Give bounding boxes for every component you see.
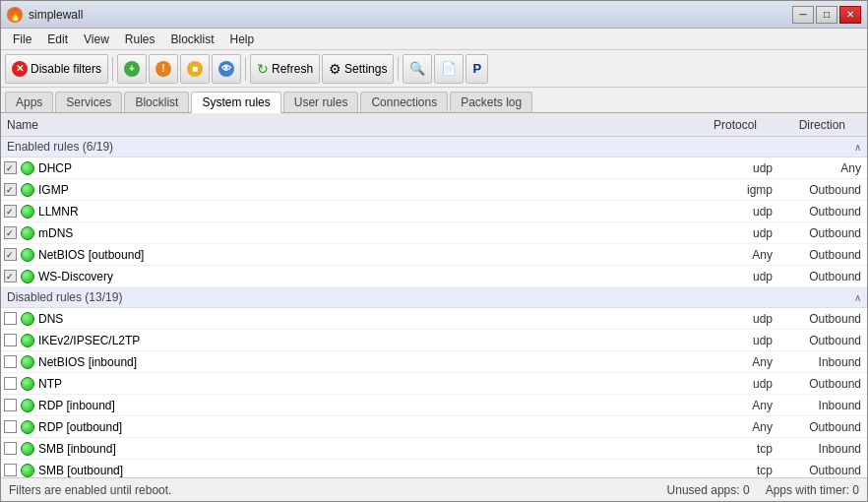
- row-checkbox[interactable]: [1, 464, 19, 476]
- checkbox[interactable]: [4, 464, 17, 476]
- checkbox[interactable]: ✓: [4, 226, 17, 239]
- maximize-button[interactable]: □: [816, 6, 837, 24]
- checkbox[interactable]: ✓: [4, 183, 17, 196]
- row-status-icon: [19, 464, 36, 477]
- row-name: mDNS: [36, 226, 700, 240]
- checkbox-dhcp[interactable]: ✓: [4, 161, 17, 174]
- row-direction: Any: [778, 161, 867, 175]
- row-checkbox[interactable]: [1, 399, 19, 411]
- tab-services[interactable]: Services: [55, 92, 122, 112]
- disable-filters-button[interactable]: ✕ Disable filters: [5, 54, 108, 84]
- table-row[interactable]: SMB [inbound] tcp Inbound: [1, 438, 867, 460]
- row-name: IGMP: [36, 183, 700, 197]
- row-name: IKEv2/IPSEC/L2TP: [36, 334, 700, 347]
- checkbox[interactable]: [4, 442, 17, 455]
- row-direction: Outbound: [778, 377, 867, 391]
- table-row[interactable]: ✓ mDNS udp Outbound: [1, 222, 867, 244]
- tab-packets-log[interactable]: Packets log: [450, 92, 532, 112]
- table-row[interactable]: ✓ LLMNR udp Outbound: [1, 201, 867, 222]
- warning-button[interactable]: !: [149, 54, 178, 84]
- status-dot: [21, 248, 34, 262]
- table-row[interactable]: RDP [inbound] Any Inbound: [1, 395, 867, 416]
- row-status-icon: [19, 226, 36, 240]
- row-status-icon: [19, 183, 36, 197]
- tab-blocklist[interactable]: Blocklist: [124, 92, 189, 112]
- search-button[interactable]: 🔍: [403, 54, 432, 84]
- row-checkbox[interactable]: [1, 334, 19, 346]
- row-checkbox[interactable]: [1, 377, 19, 390]
- minimize-button[interactable]: ─: [792, 6, 814, 24]
- row-status-icon: [19, 377, 36, 391]
- checkbox[interactable]: [4, 312, 17, 325]
- checkbox[interactable]: [4, 420, 17, 433]
- section-enabled-chevron[interactable]: ∧: [854, 142, 861, 153]
- col-name-header: Name: [1, 118, 684, 132]
- status-dot: [21, 420, 34, 434]
- table-row[interactable]: NetBIOS [inbound] Any Inbound: [1, 351, 867, 373]
- row-checkbox[interactable]: ✓: [1, 270, 19, 282]
- title-bar: 🔥 simplewall ─ □ ✕: [1, 1, 867, 29]
- table-body[interactable]: Enabled rules (6/19) ∧ ✓ DHCP udp Any ✓ …: [1, 137, 867, 477]
- row-checkbox[interactable]: ✓: [1, 161, 19, 174]
- tab-system-rules[interactable]: System rules: [191, 92, 280, 113]
- add-button[interactable]: +: [117, 54, 147, 84]
- menu-file[interactable]: File: [5, 31, 39, 48]
- checkbox[interactable]: ✓: [4, 248, 17, 261]
- paypal-button[interactable]: P: [465, 54, 488, 84]
- menu-blocklist[interactable]: Blocklist: [163, 31, 222, 48]
- row-checkbox[interactable]: ✓: [1, 205, 19, 218]
- row-checkbox[interactable]: [1, 442, 19, 455]
- tab-apps[interactable]: Apps: [5, 92, 53, 112]
- checkbox[interactable]: [4, 355, 17, 368]
- checkbox[interactable]: ✓: [4, 270, 17, 282]
- tab-user-rules[interactable]: User rules: [283, 92, 359, 112]
- table-row[interactable]: ✓ IGMP igmp Outbound: [1, 179, 867, 201]
- unused-apps-status: Unused apps: 0: [667, 483, 750, 497]
- app-icon: 🔥: [7, 7, 23, 23]
- checkbox[interactable]: ✓: [4, 205, 17, 218]
- table-row[interactable]: ✓ NetBIOS [outbound] Any Outbound: [1, 244, 867, 266]
- row-checkbox[interactable]: ✓: [1, 248, 19, 261]
- menu-rules[interactable]: Rules: [117, 31, 163, 48]
- status-dot: [21, 205, 34, 219]
- menu-bar: File Edit View Rules Blocklist Help: [1, 29, 867, 50]
- menu-edit[interactable]: Edit: [39, 31, 76, 48]
- row-checkbox[interactable]: ✓: [1, 183, 19, 196]
- row-protocol: udp: [700, 270, 778, 283]
- table-row[interactable]: SMB [outbound] tcp Outbound: [1, 460, 867, 477]
- row-checkbox[interactable]: [1, 355, 19, 368]
- row-status-icon: [19, 248, 36, 262]
- section-disabled-chevron[interactable]: ∧: [854, 292, 861, 303]
- row-checkbox[interactable]: ✓: [1, 226, 19, 239]
- status-dot: [21, 312, 34, 326]
- row-direction: Outbound: [778, 312, 867, 326]
- table-row[interactable]: IKEv2/IPSEC/L2TP udp Outbound: [1, 330, 867, 351]
- table-row[interactable]: RDP [outbound] Any Outbound: [1, 416, 867, 438]
- row-direction: Outbound: [778, 420, 867, 434]
- menu-help[interactable]: Help: [222, 31, 263, 48]
- view-button[interactable]: 👁: [212, 54, 241, 84]
- row-name: NetBIOS [outbound]: [36, 248, 700, 262]
- row-name: NTP: [36, 377, 700, 391]
- checkbox[interactable]: [4, 399, 17, 411]
- block-button[interactable]: ■: [180, 54, 210, 84]
- table-row[interactable]: NTP udp Outbound: [1, 373, 867, 395]
- settings-button[interactable]: ⚙ Settings: [322, 54, 394, 84]
- row-checkbox[interactable]: [1, 312, 19, 325]
- export-button[interactable]: 📄: [434, 54, 464, 84]
- checkbox[interactable]: [4, 334, 17, 346]
- row-checkbox[interactable]: [1, 420, 19, 433]
- checkbox[interactable]: [4, 377, 17, 390]
- row-protocol: tcp: [700, 442, 778, 456]
- refresh-button[interactable]: ↻ Refresh: [250, 54, 320, 84]
- table-row[interactable]: ✓ DHCP udp Any: [1, 157, 867, 179]
- table-row[interactable]: DNS udp Outbound: [1, 308, 867, 330]
- section-enabled-header: Enabled rules (6/19) ∧: [1, 137, 867, 157]
- close-button[interactable]: ✕: [839, 6, 861, 24]
- tab-connections[interactable]: Connections: [360, 92, 448, 112]
- table-row[interactable]: ✓ WS-Discovery udp Outbound: [1, 266, 867, 287]
- section-enabled-label: Enabled rules (6/19): [7, 140, 113, 154]
- status-bar: Filters are enabled until reboot. Unused…: [1, 477, 867, 501]
- menu-view[interactable]: View: [76, 31, 117, 48]
- content-area: Name Protocol Direction Enabled rules (6…: [1, 113, 867, 477]
